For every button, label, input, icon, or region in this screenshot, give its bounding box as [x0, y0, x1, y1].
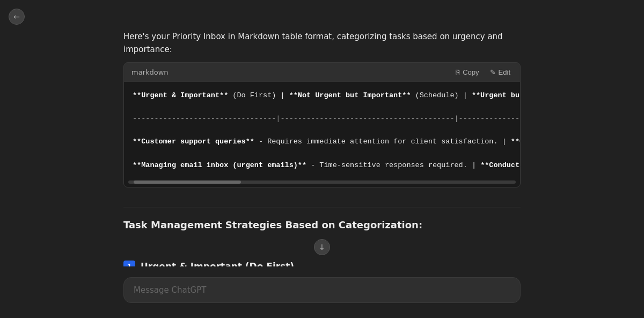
message-area: Here's your Priority Inbox in Markdown t… — [0, 21, 644, 266]
input-box[interactable]: Message ChatGPT — [123, 277, 521, 303]
section-content: Task Management Strategies Based on Cate… — [113, 218, 531, 266]
code-block-content[interactable]: **Urgent & Important** (Do First) | **No… — [124, 82, 520, 178]
message-input[interactable]: Message ChatGPT — [134, 285, 510, 295]
code-block-wrapper: markdown ⎘ Copy ✎ Edit **Urgent & Import… — [123, 62, 521, 187]
code-pre: **Urgent & Important** (Do First) | **No… — [133, 90, 511, 171]
code-language: markdown — [131, 68, 169, 76]
scrollbar-track — [128, 180, 516, 184]
scrollbar-area — [124, 178, 520, 187]
code-line-2: ---------------------------------|------… — [133, 113, 511, 125]
item-text: Urgent & Important (Do First) — [141, 261, 294, 266]
input-area: Message ChatGPT — [113, 271, 531, 312]
scroll-down-button[interactable]: ↓ — [314, 239, 330, 255]
copy-button[interactable]: ⎘ Copy — [453, 67, 481, 77]
input-wrapper: Message ChatGPT — [0, 266, 644, 318]
edit-label: Edit — [499, 68, 510, 76]
message-content: Here's your Priority Inbox in Markdown t… — [113, 30, 531, 196]
item-number-badge: 1 — [123, 261, 135, 266]
scroll-down-wrapper: ↓ — [123, 239, 521, 255]
section-divider — [123, 207, 521, 207]
scrollbar-thumb[interactable] — [134, 180, 241, 184]
back-button[interactable]: ← — [9, 9, 25, 25]
code-actions: ⎘ Copy ✎ Edit — [453, 67, 513, 77]
code-line-3: **Customer support queries** - Requires … — [133, 136, 511, 148]
copy-icon: ⎘ — [456, 68, 460, 76]
section-title: Task Management Strategies Based on Cate… — [123, 218, 521, 232]
section-divider-wrapper — [113, 196, 531, 218]
copy-label: Copy — [463, 68, 479, 76]
numbered-item-1: 1 Urgent & Important (Do First) — [123, 261, 521, 266]
edit-button[interactable]: ✎ Edit — [488, 67, 513, 77]
chat-container: ← Here's your Priority Inbox in Markdown… — [0, 0, 644, 318]
code-block-header: markdown ⎘ Copy ✎ Edit — [124, 63, 520, 82]
scroll-down-icon: ↓ — [319, 243, 325, 251]
intro-text: Here's your Priority Inbox in Markdown t… — [123, 30, 521, 56]
code-line-4: **Managing email inbox (urgent emails)**… — [133, 160, 511, 171]
code-line-1: **Urgent & Important** (Do First) | **No… — [133, 90, 511, 102]
edit-icon: ✎ — [490, 68, 496, 76]
top-section: ← — [0, 0, 644, 21]
back-icon: ← — [13, 12, 20, 21]
